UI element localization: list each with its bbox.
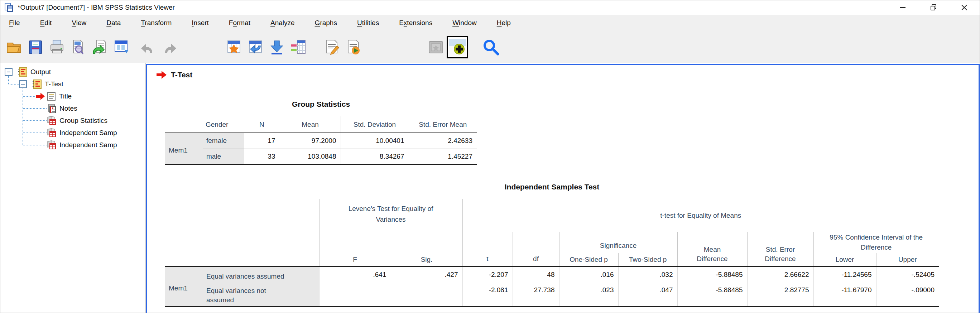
cell-std-error-mean: 2.42633	[409, 133, 477, 149]
restore-button[interactable]	[918, 0, 949, 15]
menu-help[interactable]: Help	[497, 19, 511, 27]
goto-case-icon	[247, 39, 264, 56]
open-folder-icon	[5, 39, 22, 56]
independent-samples-test-output[interactable]: Independent Samples Test Levene's Test f…	[165, 183, 939, 307]
section-arrow-icon	[156, 71, 167, 79]
restore-icon	[929, 3, 937, 11]
tree-item-independent-samples-1[interactable]: Independent Samp	[46, 127, 117, 139]
find-button[interactable]	[480, 36, 502, 58]
recall-dialogs-icon	[91, 39, 108, 56]
goto-data-button[interactable]	[266, 36, 288, 58]
section-title: T-Test	[171, 71, 192, 79]
ttest-heading: T-Test	[156, 71, 978, 79]
group-statistics-output[interactable]: Group Statistics Gender N Mean Std. Devi…	[165, 100, 477, 165]
col-header-one-sided-p: One-Sided p	[559, 253, 618, 267]
menu-graphs[interactable]: Graphs	[315, 19, 337, 27]
edit-output-button[interactable]	[321, 36, 343, 58]
cell-two-sided-p: .032	[618, 267, 677, 283]
menu-utilities[interactable]: Utilities	[357, 19, 379, 27]
cell-lower: -11.67970	[813, 283, 876, 307]
cell-std-deviation: 8.34267	[340, 149, 409, 164]
row-label: Mem1	[165, 267, 203, 307]
goto-data-window-button[interactable]	[111, 36, 132, 58]
menu-insert[interactable]: Insert	[192, 19, 209, 27]
cell-one-sided-p: .016	[559, 267, 618, 283]
spss-app-icon	[4, 3, 14, 13]
tree-item-ttest[interactable]: T-Test	[19, 78, 64, 90]
print-preview-button[interactable]	[68, 36, 89, 58]
cell-t: -2.081	[463, 283, 512, 307]
minimize-button[interactable]	[887, 0, 918, 15]
cell-condition: Equal variances not assumed	[203, 283, 319, 307]
print-button[interactable]	[46, 36, 68, 58]
undo-icon	[139, 39, 156, 56]
tree-item-group-statistics[interactable]: Group Statistics	[46, 114, 107, 127]
designated-window-button[interactable]	[425, 36, 447, 58]
cell-gender: female	[203, 133, 244, 149]
menu-format[interactable]: Format	[229, 19, 250, 27]
title-bar: *Output7 [Document7] - IBM SPSS Statisti…	[0, 0, 980, 15]
independent-samples-test-title: Independent Samples Test	[165, 183, 939, 191]
cell-gender: male	[203, 149, 244, 164]
export-output-button[interactable]	[343, 36, 364, 58]
recall-dialogs-button[interactable]	[89, 36, 111, 58]
collapse-expander-icon[interactable]	[5, 68, 13, 76]
menu-window[interactable]: Window	[452, 19, 477, 27]
open-button[interactable]	[3, 36, 25, 58]
col-header-lower: Lower	[813, 253, 876, 267]
show-hide-button[interactable]	[447, 36, 468, 58]
tree-item-label: T-Test	[45, 80, 64, 88]
goto-case-button[interactable]	[245, 36, 266, 58]
save-button[interactable]	[25, 36, 46, 58]
window-title: *Output7 [Document7] - IBM SPSS Statisti…	[18, 3, 175, 11]
menu-edit[interactable]: Edit	[40, 19, 52, 27]
group-statistics-table: Gender N Mean Std. Deviation Std. Error …	[165, 116, 477, 165]
title-page-icon	[46, 91, 56, 101]
cell-lower: -11.24565	[813, 267, 876, 283]
cell-df: 27.738	[512, 283, 559, 307]
tree-item-output[interactable]: Output	[5, 66, 51, 78]
menu-data[interactable]: Data	[107, 19, 121, 27]
cell-f	[319, 283, 391, 307]
table-row: Mem1 Equal variances assumed .641 .427 -…	[165, 267, 939, 283]
cell-two-sided-p: .047	[618, 283, 677, 307]
collapse-expander-icon[interactable]	[19, 80, 27, 88]
variables-button[interactable]	[288, 36, 309, 58]
notes-icon	[46, 103, 57, 114]
independent-samples-test-table: Levene's Test for Equality of Variances …	[165, 199, 939, 307]
menu-file[interactable]: File	[9, 19, 20, 27]
col-header-gender: Gender	[203, 116, 244, 133]
cell-sig: .427	[391, 267, 463, 283]
tree-item-notes[interactable]: Notes	[46, 102, 77, 114]
col-header-std-error-mean: Std. Error Mean	[409, 116, 477, 133]
corner-header	[165, 116, 203, 133]
table-icon	[46, 140, 57, 150]
close-button[interactable]	[949, 0, 980, 15]
redo-icon	[161, 39, 178, 56]
tree-item-independent-samples-2[interactable]: Independent Samp	[46, 139, 117, 151]
menu-transform[interactable]: Transform	[141, 19, 172, 27]
table-row: Equal variances not assumed -2.081 27.73…	[165, 283, 939, 307]
col-header-std-error-difference: Std. Error Difference	[747, 232, 813, 267]
tree-item-title[interactable]: Title	[36, 90, 72, 102]
spss-viewer-window: *Output7 [Document7] - IBM SPSS Statisti…	[0, 0, 980, 313]
tree-connector	[23, 96, 37, 97]
col-header-mean-difference: Mean Difference	[677, 232, 747, 267]
menu-extensions[interactable]: Extensions	[399, 19, 432, 27]
current-item-arrow-icon	[36, 93, 45, 100]
redo-button[interactable]	[159, 36, 180, 58]
undo-button[interactable]	[137, 36, 159, 58]
output-pane[interactable]: T-Test Group Statistics Gender N Mean St…	[146, 64, 980, 313]
tree-connector	[23, 145, 46, 145]
cell-df: 48	[512, 267, 559, 283]
print-icon	[48, 39, 65, 56]
menu-view[interactable]: View	[72, 19, 86, 27]
cell-std-error-difference: 2.82775	[747, 283, 813, 307]
insert-pivot-table-button[interactable]	[223, 36, 245, 58]
tree-connector	[22, 89, 23, 145]
table-icon	[46, 128, 57, 138]
table-row: male 33 103.0848 8.34267 1.45227	[165, 149, 477, 164]
tree-connector	[23, 132, 46, 133]
menu-analyze[interactable]: Analyze	[270, 19, 295, 27]
find-icon	[482, 39, 500, 56]
